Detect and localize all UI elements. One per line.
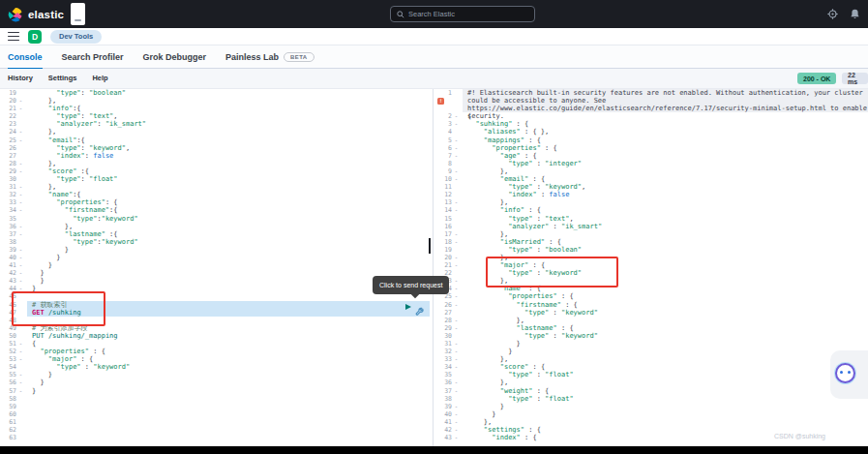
fold-toggle[interactable]: - — [16, 167, 25, 175]
global-search-input[interactable]: Search Elastic — [390, 6, 535, 22]
code-line: 38 "type" : "float" — [435, 395, 868, 403]
tab-console[interactable]: Console — [8, 45, 43, 69]
fold-toggle[interactable]: - — [452, 175, 461, 183]
fold-toggle[interactable]: - — [452, 144, 461, 152]
nav-menu-icon[interactable] — [8, 32, 19, 42]
request-editor[interactable]: 19 "type": "boolean"20- },21- "info":{22… — [0, 89, 430, 446]
fold-toggle[interactable]: - — [452, 410, 461, 418]
line-number: 24 — [0, 128, 16, 136]
code-line: 30 "type": "float" — [0, 175, 430, 183]
code-line: 40- } — [0, 254, 430, 261]
fold-toggle[interactable]: - — [452, 230, 461, 238]
fold-toggle[interactable]: - — [452, 426, 461, 434]
fold-toggle[interactable]: - — [452, 348, 461, 355]
fold-toggle[interactable]: - — [452, 324, 461, 332]
fold-spacer — [452, 89, 461, 112]
fold-toggle[interactable]: - — [16, 261, 25, 269]
help-link[interactable]: Help — [92, 74, 107, 82]
history-link[interactable]: History — [8, 74, 33, 82]
help-icon[interactable] — [827, 9, 838, 19]
fold-toggle[interactable]: - — [452, 198, 461, 206]
request-options-wrench-icon[interactable] — [415, 302, 424, 319]
code-line: 51-{ — [0, 340, 430, 348]
fold-toggle[interactable]: - — [16, 183, 25, 191]
panel-resize-handle[interactable] — [429, 238, 431, 254]
line-number: 42 — [435, 426, 452, 434]
breadcrumb[interactable]: Dev Tools — [50, 30, 102, 44]
fold-toggle[interactable]: - — [452, 340, 461, 348]
alerts-bell-icon[interactable] — [850, 9, 860, 19]
fold-toggle[interactable]: - — [16, 223, 25, 230]
fold-toggle[interactable]: - — [16, 355, 25, 363]
fold-toggle[interactable]: - — [452, 378, 461, 386]
fold-toggle[interactable]: - — [452, 355, 461, 363]
fold-toggle[interactable]: - — [452, 418, 461, 426]
fold-toggle[interactable]: - — [452, 120, 461, 128]
fold-toggle[interactable]: - — [452, 152, 461, 160]
code-line: 1!#! Elasticsearch built-in security fea… — [435, 89, 868, 112]
code-line: 41- } — [0, 261, 430, 269]
fold-toggle[interactable]: - — [16, 269, 25, 277]
fold-toggle[interactable]: - — [452, 277, 461, 285]
code-line: 17- }, — [435, 230, 868, 238]
fold-toggle[interactable]: - — [452, 206, 461, 214]
fold-toggle[interactable]: - — [452, 254, 461, 261]
fold-toggle[interactable]: - — [16, 348, 25, 355]
space-avatar[interactable]: D — [28, 30, 42, 44]
fold-toggle[interactable]: - — [16, 254, 25, 261]
fold-toggle[interactable]: - — [452, 363, 461, 371]
line-number: 57 — [0, 387, 16, 395]
fold-toggle[interactable]: - — [16, 378, 25, 386]
settings-link[interactable]: Settings — [48, 74, 77, 82]
line-number: 26 — [0, 144, 16, 152]
tab-painless-lab[interactable]: Painless Lab BETA — [225, 45, 314, 69]
code-line: 5- "mappings" : { — [435, 136, 868, 144]
fold-toggle[interactable]: - — [16, 277, 25, 285]
fold-toggle[interactable]: - — [16, 105, 25, 112]
fold-toggle[interactable]: - — [16, 230, 25, 238]
fold-spacer — [16, 410, 25, 418]
send-request-play-icon[interactable] — [405, 304, 411, 310]
floating-widget-button[interactable] — [835, 363, 855, 383]
fold-toggle[interactable]: - — [16, 191, 25, 198]
fold-toggle[interactable]: - — [452, 434, 461, 441]
fold-toggle[interactable]: - — [452, 292, 461, 300]
fold-toggle[interactable]: - — [452, 301, 461, 309]
code-line: 3- "suhking" : { — [435, 120, 868, 128]
tab-grok-debugger[interactable]: Grok Debugger — [143, 45, 207, 69]
fold-toggle[interactable]: - — [452, 317, 461, 324]
code-line: 23 "analyzer": "ik_smart" — [0, 120, 430, 128]
fold-toggle[interactable]: - — [16, 136, 25, 144]
fold-toggle[interactable]: - — [452, 285, 461, 292]
fold-toggle[interactable]: - — [16, 128, 25, 136]
fold-toggle[interactable]: - — [16, 160, 25, 167]
fold-toggle[interactable]: - — [452, 167, 461, 175]
fold-toggle[interactable]: - — [16, 97, 25, 105]
fold-spacer — [452, 191, 461, 198]
fold-toggle[interactable]: - — [452, 261, 461, 269]
tab-search-profiler[interactable]: Search Profiler — [62, 45, 124, 69]
browser-extension-icon[interactable] — [71, 3, 85, 25]
line-number: 41 — [0, 261, 16, 269]
fold-toggle[interactable]: - — [16, 387, 25, 395]
line-number: 11 — [435, 183, 452, 191]
line-number: 38 — [0, 238, 16, 246]
fold-toggle[interactable]: - — [452, 238, 461, 246]
code-line: 22 "type": "text", — [0, 112, 430, 120]
code-line: 28- }, — [435, 317, 868, 324]
fold-spacer — [452, 223, 461, 230]
fold-toggle[interactable]: - — [16, 340, 25, 348]
fold-toggle[interactable]: - — [16, 206, 25, 214]
fold-toggle[interactable]: - — [16, 371, 25, 378]
fold-toggle[interactable]: - — [452, 136, 461, 144]
fold-toggle[interactable]: - — [16, 198, 25, 206]
line-number: 30 — [435, 332, 452, 340]
kibana-dev-tools-screen: elastic Search Elastic — [0, 0, 868, 454]
fold-toggle[interactable]: - — [16, 246, 25, 254]
fold-toggle[interactable]: - — [452, 387, 461, 395]
fold-toggle[interactable]: - — [452, 112, 461, 120]
elastic-logo[interactable]: elastic — [8, 7, 64, 22]
line-number: 29 — [435, 324, 452, 332]
fold-toggle[interactable]: - — [452, 403, 461, 410]
line-number: 28 — [435, 317, 452, 324]
